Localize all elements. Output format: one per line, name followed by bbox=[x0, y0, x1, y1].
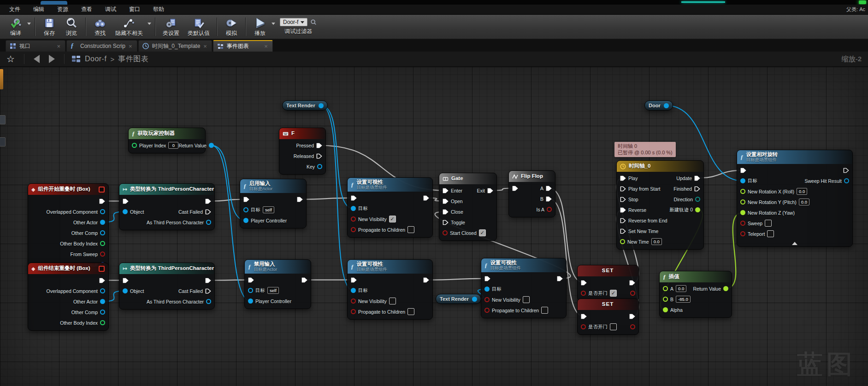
exec-pin-finished[interactable] bbox=[694, 186, 700, 192]
data-pin-key[interactable] bbox=[317, 164, 322, 169]
browse-button[interactable]: 浏览 bbox=[60, 16, 83, 38]
exec-pin-b[interactable] bbox=[546, 196, 552, 202]
exec-pin-execOut[interactable] bbox=[205, 278, 211, 283]
node-header[interactable]: SET bbox=[578, 265, 638, 276]
exec-pin-execIn[interactable] bbox=[740, 168, 746, 173]
data-pin-asTPC[interactable] bbox=[206, 299, 211, 304]
tab-事件图表[interactable]: 事件图表× bbox=[213, 40, 273, 52]
node-set1[interactable]: SET是否开门✓ bbox=[577, 265, 639, 301]
exec-pin-execIn[interactable] bbox=[581, 314, 587, 319]
tab-时间轴_0_Template[interactable]: 时间轴_0_Template× bbox=[138, 40, 212, 52]
data-pin-otherActor[interactable] bbox=[100, 299, 105, 304]
data-pin-b[interactable] bbox=[663, 297, 668, 302]
node-header[interactable]: ƒ禁用输入目标是Actor bbox=[245, 260, 311, 274]
data-pin-propagate[interactable] bbox=[351, 227, 356, 232]
data-pin-playerController[interactable] bbox=[248, 298, 253, 304]
exec-pin-execOut[interactable] bbox=[301, 277, 307, 283]
tab-close-icon[interactable]: × bbox=[57, 43, 60, 49]
pin-checkbox[interactable] bbox=[765, 220, 772, 227]
exec-pin-execIn[interactable] bbox=[484, 276, 490, 281]
menu-item[interactable]: 编辑 bbox=[27, 5, 51, 14]
data-pin-otherBodyIndex[interactable] bbox=[100, 241, 105, 246]
pin-checkbox[interactable] bbox=[407, 308, 414, 315]
pin-checkbox[interactable]: ✓ bbox=[610, 290, 617, 297]
menu-item[interactable]: 帮助 bbox=[147, 5, 171, 14]
node-textRender2[interactable]: Text Render bbox=[436, 294, 481, 304]
node-header[interactable]: ↦类型转换为 ThirdPersonCharacter bbox=[119, 263, 214, 274]
node-set2[interactable]: SET是否开门 bbox=[577, 298, 639, 335]
window-tab[interactable] bbox=[41, 1, 67, 5]
exec-pin-execIn[interactable] bbox=[581, 280, 587, 286]
data-pin-isA[interactable] bbox=[547, 207, 552, 212]
pin-value-field[interactable]: 0.0 bbox=[799, 199, 809, 205]
data-pin-boolOut[interactable] bbox=[630, 291, 635, 296]
data-pin-otherComp[interactable] bbox=[100, 230, 105, 235]
node-header[interactable]: ƒ启用输入目标是Actor bbox=[240, 179, 306, 193]
data-pin-track0[interactable] bbox=[695, 207, 700, 212]
pin-checkbox[interactable] bbox=[541, 307, 548, 314]
find-button[interactable]: 查找 bbox=[89, 16, 111, 38]
data-pin-target[interactable] bbox=[351, 288, 356, 293]
debug-object-dropdown[interactable]: Door-f bbox=[280, 18, 307, 26]
exec-pin-released[interactable] bbox=[316, 153, 322, 159]
data-pin-target[interactable] bbox=[243, 207, 248, 212]
exec-pin-execOut[interactable] bbox=[629, 280, 635, 286]
node-setVis1[interactable]: ƒ设置可视性目标是场景组件目标New Visibility✓Propagate … bbox=[347, 177, 433, 238]
data-pin-playerIndex[interactable] bbox=[132, 143, 137, 148]
menu-item[interactable]: 资源 bbox=[51, 5, 75, 14]
node-header[interactable]: ƒ获取玩家控制器 bbox=[129, 128, 205, 139]
exec-pin-execIn[interactable] bbox=[351, 277, 357, 283]
compile-button[interactable]: 编译 bbox=[5, 16, 27, 38]
exec-pin-stop[interactable] bbox=[620, 197, 626, 202]
node-event2[interactable]: ◆组件结束重叠时 (Box)Overlapped ComponentOther … bbox=[28, 263, 109, 331]
node-header[interactable]: SET bbox=[578, 299, 638, 310]
node-door[interactable]: Door bbox=[644, 100, 673, 111]
pin-checkbox[interactable] bbox=[389, 298, 396, 304]
pin-checkbox[interactable] bbox=[523, 296, 530, 303]
data-pin-fromSweep[interactable] bbox=[100, 251, 105, 257]
tab-close-icon[interactable]: × bbox=[129, 43, 132, 49]
node-lerp[interactable]: ƒ插值A0.0Return ValueB-85.0Alpha bbox=[659, 271, 732, 318]
data-pin-sweepHitResult[interactable] bbox=[844, 178, 849, 183]
node-fKey[interactable]: FPressedReleasedKey bbox=[279, 128, 326, 175]
pin-checkbox[interactable] bbox=[407, 226, 414, 233]
node-header[interactable]: ◆组件开始重叠时 (Box) bbox=[28, 184, 108, 195]
edge-icon[interactable] bbox=[0, 137, 6, 146]
exec-pin-update[interactable] bbox=[694, 175, 700, 181]
exec-pin-reverseFromEnd[interactable] bbox=[620, 218, 626, 223]
data-pin-direction[interactable] bbox=[695, 197, 700, 202]
data-pin-a[interactable] bbox=[663, 286, 668, 291]
exec-pin-execIn[interactable] bbox=[512, 186, 518, 191]
data-pin-object[interactable] bbox=[123, 209, 128, 214]
tab-close-icon[interactable]: × bbox=[264, 43, 268, 49]
class-settings-button[interactable]: 类设置 bbox=[159, 16, 183, 38]
search-icon[interactable] bbox=[310, 19, 317, 25]
data-pin-out[interactable] bbox=[664, 103, 669, 108]
menu-item[interactable]: 调试 bbox=[99, 5, 123, 14]
delegate-pin[interactable] bbox=[99, 266, 105, 272]
breadcrumb-current[interactable]: 事件图表 bbox=[118, 54, 148, 64]
exec-pin-setNewTime[interactable] bbox=[620, 228, 626, 234]
data-pin-rotX[interactable] bbox=[740, 189, 745, 194]
exec-pin-execIn[interactable] bbox=[123, 199, 129, 204]
exec-pin-reverse[interactable] bbox=[620, 207, 626, 213]
menu-item[interactable]: 文件 bbox=[3, 5, 27, 14]
node-header[interactable]: ƒ插值 bbox=[660, 271, 732, 282]
node-header[interactable]: ◆组件结束重叠时 (Box) bbox=[28, 263, 108, 274]
node-cast2[interactable]: ↦类型转换为 ThirdPersonCharacterObjectCast Fa… bbox=[119, 263, 215, 310]
exec-pin-execOut[interactable] bbox=[297, 197, 303, 202]
pin-value-field[interactable]: self bbox=[263, 206, 274, 213]
exec-pin-execOut[interactable] bbox=[843, 168, 849, 173]
exec-pin-pressed[interactable] bbox=[316, 143, 322, 148]
data-pin-rotZ[interactable] bbox=[740, 210, 745, 215]
data-pin-door_open[interactable] bbox=[581, 324, 586, 329]
data-pin-otherActor[interactable] bbox=[100, 220, 105, 225]
exec-pin-castFailed[interactable] bbox=[205, 209, 211, 215]
data-pin-returnValue[interactable] bbox=[209, 143, 214, 148]
node-textRender1[interactable]: Text Render bbox=[282, 100, 328, 111]
exec-pin-execOut[interactable] bbox=[423, 195, 429, 201]
exec-pin-play[interactable] bbox=[620, 175, 626, 181]
data-pin-door_open[interactable] bbox=[581, 291, 586, 296]
exec-pin-open[interactable] bbox=[443, 199, 449, 204]
simulate-button[interactable]: 模拟 bbox=[220, 16, 242, 38]
